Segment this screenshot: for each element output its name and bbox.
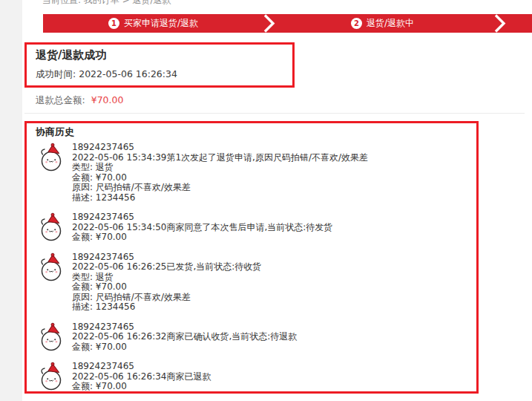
refund-status-title: 退货/退款成功 bbox=[36, 48, 106, 62]
history-line: 描述: 1234456 bbox=[72, 302, 261, 313]
refund-total-row: 退款总金额: ¥70.00 bbox=[36, 94, 123, 107]
step-1-number-badge: 1 bbox=[108, 18, 119, 29]
history-user: 18924237465 bbox=[72, 322, 297, 333]
history-entry: 18924237465 2022-05-06 16:26:25已发货,当前状态:… bbox=[37, 252, 457, 313]
history-line: 类型: 退货 bbox=[72, 273, 261, 283]
refund-success-time: 成功时间: 2022-05-06 16:26:34 bbox=[36, 68, 177, 81]
refund-progress-stepper: 1 买家申请退货/退款 2 退货/退款中 bbox=[43, 14, 532, 33]
history-line: 原因: 尺码拍错/不喜欢/效果差 bbox=[72, 183, 368, 193]
santa-hat-avatar-icon bbox=[37, 322, 65, 352]
left-gutter bbox=[0, 0, 22, 401]
history-line: 2022-05-06 16:26:34商家已退款 bbox=[72, 372, 211, 382]
refund-total-amount: ¥70.00 bbox=[91, 94, 124, 105]
history-line: 类型: 退货 bbox=[72, 163, 368, 173]
history-entry: 18924237465 2022-05-06 15:34:39第1次发起了退货申… bbox=[37, 143, 457, 203]
history-line: 2022-05-06 16:26:25已发货,当前状态:待收货 bbox=[72, 262, 261, 273]
history-line: 2022-05-06 16:26:32商家已确认收货,当前状态:待退款 bbox=[72, 332, 297, 342]
history-entry-lines: 18924237465 2022-05-06 16:26:34商家已退款金额: … bbox=[72, 362, 211, 392]
step-1-label: 买家申请退货/退款 bbox=[124, 17, 198, 30]
history-section-title: 协商历史 bbox=[36, 125, 74, 139]
refund-total-label: 退款总金额: bbox=[36, 94, 85, 105]
history-line: 2022-05-06 15:34:50商家同意了本次售后申请,当前状态:待发货 bbox=[72, 223, 332, 233]
stepper-step-1: 1 买家申请退货/退款 bbox=[108, 14, 198, 33]
history-line: 原因: 尺码拍错/不喜欢/效果差 bbox=[72, 293, 261, 303]
history-list: 18924237465 2022-05-06 15:34:39第1次发起了退货申… bbox=[37, 143, 457, 392]
history-user: 18924237465 bbox=[72, 362, 211, 372]
history-user: 18924237465 bbox=[72, 252, 261, 263]
history-entry: 18924237465 2022-05-06 16:26:32商家已确认收货,当… bbox=[37, 322, 457, 353]
santa-hat-avatar-icon bbox=[37, 143, 65, 172]
step-2-number-badge: 2 bbox=[351, 18, 362, 29]
santa-hat-avatar-icon bbox=[37, 252, 65, 282]
history-entry-lines: 18924237465 2022-05-06 15:34:39第1次发起了退货申… bbox=[72, 143, 368, 203]
breadcrumb[interactable]: 当前位置: 我的订单 > 退货/退款 bbox=[42, 0, 171, 7]
history-user: 18924237465 bbox=[72, 143, 368, 153]
history-line: 金额: ¥70.00 bbox=[72, 282, 261, 293]
santa-hat-avatar-icon bbox=[37, 362, 65, 391]
history-line: 描述: 1234456 bbox=[72, 193, 368, 203]
step-2-label: 退货/退款中 bbox=[367, 17, 414, 30]
refund-status-page: 当前位置: 我的订单 > 退货/退款 1 买家申请退货/退款 2 退货/退款中 … bbox=[0, 0, 532, 401]
chevron-right-icon bbox=[493, 14, 507, 33]
chevron-right-icon bbox=[263, 14, 276, 33]
history-line: 金额: ¥70.00 bbox=[72, 342, 297, 353]
history-line: 金额: ¥70.00 bbox=[72, 382, 211, 392]
stepper-step-2: 2 退货/退款中 bbox=[351, 14, 414, 33]
history-line: 2022-05-06 15:34:39第1次发起了退货申请,原因尺码拍错/不喜欢… bbox=[72, 153, 368, 163]
history-user: 18924237465 bbox=[72, 212, 332, 223]
history-entry-lines: 18924237465 2022-05-06 15:34:50商家同意了本次售后… bbox=[72, 212, 332, 243]
santa-hat-avatar-icon bbox=[37, 212, 65, 242]
history-entry: 18924237465 2022-05-06 16:26:34商家已退款金额: … bbox=[37, 362, 457, 392]
history-line: 金额: ¥70.00 bbox=[72, 173, 368, 183]
history-entry: 18924237465 2022-05-06 15:34:50商家同意了本次售后… bbox=[37, 212, 457, 243]
section-divider bbox=[24, 113, 525, 114]
history-line: 金额: ¥70.00 bbox=[72, 232, 332, 243]
history-entry-lines: 18924237465 2022-05-06 16:26:32商家已确认收货,当… bbox=[72, 322, 297, 353]
history-entry-lines: 18924237465 2022-05-06 16:26:25已发货,当前状态:… bbox=[72, 252, 261, 313]
